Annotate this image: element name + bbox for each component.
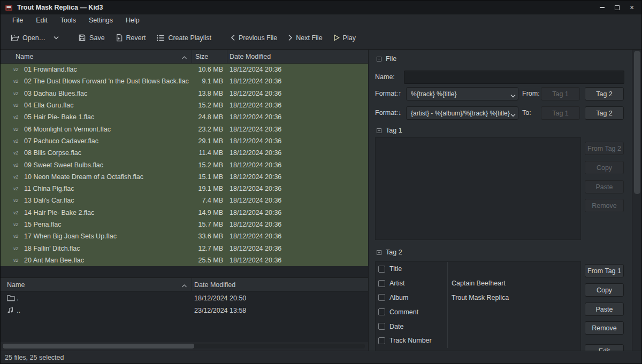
minimize-button[interactable]: [594, 2, 609, 13]
field-checkbox[interactable]: [378, 294, 385, 301]
edit-button[interactable]: Edit: [585, 344, 624, 351]
file-row[interactable]: v210 Neon Meate Dream of a Octafish.flac…: [1, 171, 368, 183]
field-value[interactable]: [447, 319, 580, 334]
field-label: Date: [385, 323, 447, 330]
hscroll-thumb[interactable]: [3, 344, 194, 348]
field-value[interactable]: Captain Beefheart: [447, 276, 580, 291]
save-button[interactable]: Save: [74, 30, 109, 45]
field-value[interactable]: [447, 262, 580, 276]
column-date-label: Date Modified: [194, 281, 235, 289]
column-header-name[interactable]: Name: [1, 278, 192, 291]
file-row[interactable]: v207 Pachuco Cadaver.flac29.1 MB18/12/20…: [1, 135, 368, 147]
kid3-app-icon: [4, 3, 13, 12]
format-from-combobox[interactable]: %{track} %{title}: [406, 87, 518, 100]
tag-version-icon: v2: [13, 258, 24, 263]
field-value[interactable]: Trout Mask Replica: [447, 291, 580, 305]
menu-file[interactable]: File: [7, 16, 28, 25]
revert-icon: [116, 34, 123, 42]
menu-edit[interactable]: Edit: [30, 16, 53, 25]
file-row[interactable]: v211 China Pig.flac19.1 MB18/12/2024 20:…: [1, 183, 368, 195]
open-button[interactable]: Open…: [7, 30, 49, 45]
file-name: 10 Neon Meate Dream of a Octafish.flac: [24, 173, 192, 181]
hscroll-track[interactable]: [2, 344, 365, 348]
file-row[interactable]: v201 Frownland.flac10.6 MB18/12/2024 20:…: [1, 64, 368, 75]
file-row[interactable]: v209 Sweet Sweet Bulbs.flac15.2 MB18/12/…: [1, 159, 368, 171]
filename-input[interactable]: [404, 71, 624, 84]
file-size: 12.7 MB: [192, 245, 227, 252]
menu-settings[interactable]: Settings: [83, 16, 118, 25]
create-playlist-button[interactable]: Create Playlist: [152, 31, 215, 45]
playlist-icon: [156, 34, 165, 42]
file-date-modified: 18/12/2024 20:36: [227, 221, 368, 228]
maximize-button[interactable]: [609, 2, 624, 13]
previous-file-button[interactable]: Previous File: [227, 31, 281, 45]
tag-2-button[interactable]: Tag 2: [585, 87, 624, 100]
file-row[interactable]: v213 Dali's Car.flac7.4 MB18/12/2024 20:…: [1, 195, 368, 206]
file-size: 24.8 MB: [192, 113, 227, 121]
paste-button[interactable]: Paste: [585, 303, 624, 316]
file-row[interactable]: v205 Hair Pie- Bake 1.flac24.8 MB18/12/2…: [1, 111, 368, 123]
field-value[interactable]: [447, 305, 580, 319]
file-row[interactable]: v204 Ella Guru.flac15.2 MB18/12/2024 20:…: [1, 99, 368, 111]
file-section-header[interactable]: File: [377, 55, 396, 63]
file-row[interactable]: v208 Bills Corpse.flac11.4 MB18/12/2024 …: [1, 147, 368, 159]
file-row[interactable]: v218 Fallin' Ditch.flac12.7 MB18/12/2024…: [1, 242, 368, 254]
play-button[interactable]: Play: [330, 31, 360, 45]
file-row[interactable]: v203 Dachau Blues.flac13.8 MB18/12/2024 …: [1, 88, 368, 99]
tag-1-button[interactable]: Tag 1: [541, 106, 580, 120]
name-label: Name:: [375, 73, 395, 81]
copy-button[interactable]: Copy: [585, 283, 624, 297]
column-header-date-modified[interactable]: Date Modified: [227, 50, 368, 63]
column-header-size[interactable]: Size: [192, 50, 227, 63]
paste-button[interactable]: Paste: [585, 180, 624, 193]
main-area: Name Size Date Modified v201 Frownland.f…: [1, 50, 641, 351]
file-row[interactable]: v217 When Big Joan Sets Up.flac33.6 MB18…: [1, 230, 368, 242]
close-button[interactable]: ×: [624, 2, 639, 13]
tag-1-button[interactable]: Tag 1: [541, 87, 580, 100]
remove-button[interactable]: Remove: [585, 199, 624, 212]
tag2-field-row: Track Number: [376, 334, 580, 348]
directory-row[interactable]: ..23/12/2024 13:58: [1, 304, 368, 316]
chevron-down-icon: [54, 36, 59, 40]
field-checkbox[interactable]: [378, 280, 385, 287]
menu-help[interactable]: Help: [120, 16, 145, 25]
tag1-section-header[interactable]: Tag 1: [377, 127, 402, 134]
field-checkbox[interactable]: [378, 323, 385, 330]
file-name: 15 Pena.flac: [24, 221, 192, 228]
tag-version-icon: v2: [13, 150, 24, 156]
file-row[interactable]: v214 Hair Pie- Bake 2.flac14.9 MB18/12/2…: [1, 207, 368, 219]
column-header-date-modified[interactable]: Date Modified: [192, 278, 368, 291]
create-playlist-label: Create Playlist: [168, 34, 211, 42]
file-size: 15.1 MB: [192, 173, 227, 181]
file-list-body: v201 Frownland.flac10.6 MB18/12/2024 20:…: [1, 64, 368, 277]
tag2-section-header[interactable]: Tag 2: [377, 249, 402, 256]
field-checkbox[interactable]: [378, 337, 385, 344]
column-header-name[interactable]: Name: [1, 50, 192, 63]
vscroll-thumb[interactable]: [634, 51, 640, 194]
next-file-button[interactable]: Next File: [284, 31, 326, 45]
file-row[interactable]: v202 The Dust Blows Forward 'n the Dust …: [1, 75, 368, 87]
directory-row[interactable]: .18/12/2024 20:50: [1, 292, 368, 304]
file-row[interactable]: v220 Ant Man Bee.flac25.5 MB18/12/2024 2…: [1, 254, 368, 266]
format-to-combobox[interactable]: {artist} - %{album}/%{track} %{title}: [406, 106, 518, 120]
remove-button[interactable]: Remove: [585, 321, 624, 335]
field-label: Album: [385, 294, 447, 301]
field-value[interactable]: [447, 334, 580, 348]
open-dropdown-arrow[interactable]: [52, 33, 63, 43]
file-size: 14.9 MB: [192, 209, 227, 216]
file-row[interactable]: v215 Pena.flac15.7 MB18/12/2024 20:36: [1, 219, 368, 230]
previous-file-label: Previous File: [239, 34, 277, 42]
field-checkbox[interactable]: [378, 266, 385, 273]
revert-button[interactable]: Revert: [112, 30, 150, 45]
file-name: 18 Fallin' Ditch.flac: [24, 245, 192, 252]
horizontal-scrollbar: [1, 342, 368, 351]
from-tag-2-button[interactable]: From Tag 2: [585, 142, 624, 155]
from-tag-1-button[interactable]: From Tag 1: [585, 264, 624, 277]
copy-button[interactable]: Copy: [585, 161, 624, 174]
tag-2-button[interactable]: Tag 2: [585, 106, 624, 120]
file-row[interactable]: v206 Moonlight on Vermont.flac23.2 MB18/…: [1, 123, 368, 135]
vertical-scrollbar[interactable]: [632, 50, 641, 351]
field-checkbox[interactable]: [378, 308, 385, 315]
menu-tools[interactable]: Tools: [55, 16, 81, 25]
sort-ascending-icon: [181, 282, 187, 290]
